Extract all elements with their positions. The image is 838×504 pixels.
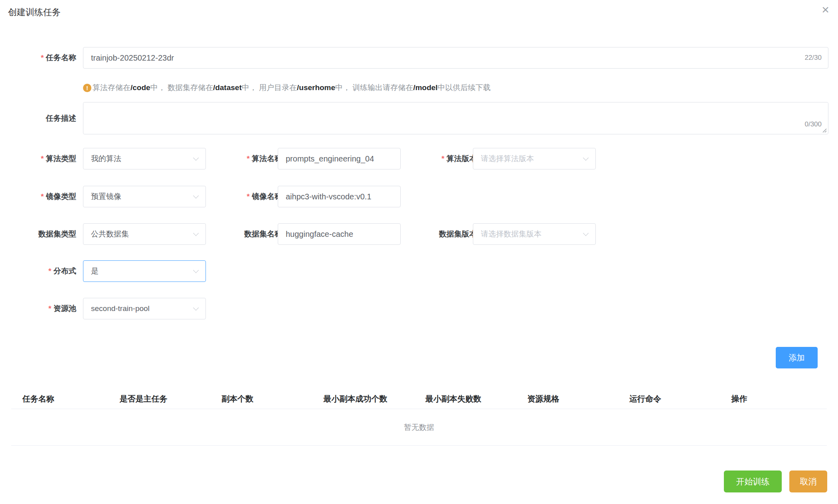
algo-name-label: 算法名称 [206, 148, 289, 169]
image-type-label: 镜像类型 [0, 186, 83, 207]
task-name-counter: 22/30 [803, 54, 822, 62]
note-path-segment: /dataset [213, 83, 242, 92]
note-text-segment: 中以供后续下载 [438, 83, 491, 92]
add-button[interactable]: 添加 [776, 347, 818, 368]
task-desc-field-wrap: 0/300 [83, 102, 828, 134]
distributed-select[interactable]: 是 [83, 260, 206, 282]
chevron-down-icon [193, 305, 199, 311]
table-header-cell: 资源规格 [521, 389, 623, 409]
note-text-segment: 中， 训练输出请存储在 [335, 83, 413, 92]
note-path-segment: /code [130, 83, 150, 92]
image-name-label: 镜像名称 [206, 186, 289, 207]
table-header-cell: 最小副本失败数 [419, 389, 521, 409]
task-desc-row: 任务描述 [0, 102, 83, 134]
algo-version-placeholder: 请选择算法版本 [481, 154, 534, 164]
task-name-row: 任务名称 22/30 [0, 47, 828, 69]
table-header-cell: 任务名称 [11, 389, 113, 409]
close-icon[interactable]: × [822, 3, 829, 16]
dialog-title: 创建训练任务 [8, 6, 61, 18]
table-header-cell: 是否是主任务 [113, 389, 215, 409]
note-text-segment: 中， 用户目录在 [242, 83, 297, 92]
cancel-button[interactable]: 取消 [789, 471, 827, 492]
dataset-type-select[interactable]: 公共数据集 [83, 223, 206, 245]
image-name-input[interactable] [278, 186, 400, 207]
task-name-input[interactable] [83, 47, 828, 68]
task-desc-counter: 0/300 [804, 120, 822, 128]
table-header-row: 任务名称是否是主任务副本个数最小副本成功个数最小副本失败数资源规格运行命令操作 [11, 389, 827, 409]
image-name-field-wrap [278, 186, 401, 207]
resize-handle-icon[interactable] [822, 128, 827, 133]
empty-text: 暂无数据 [404, 422, 434, 433]
dataset-name-input[interactable] [278, 224, 400, 244]
dataset-version-select[interactable]: 请选择数据集版本 [473, 223, 596, 245]
table-header-cell: 操作 [725, 389, 827, 409]
chevron-down-icon [583, 155, 589, 161]
chevron-down-icon [193, 193, 199, 199]
algo-version-select[interactable]: 请选择算法版本 [473, 148, 596, 169]
dataset-name-label: 数据集名称 [206, 223, 289, 245]
table-empty-state: 暂无数据 [11, 409, 827, 446]
chevron-down-icon [193, 155, 199, 161]
table-header-cell: 最小副本成功个数 [317, 389, 419, 409]
storage-note-text: 算法存储在/code中， 数据集存储在/dataset中， 用户目录在/user… [93, 83, 491, 93]
task-desc-label: 任务描述 [0, 102, 83, 134]
algo-type-label: 算法类型 [0, 148, 83, 169]
dataset-row: 数据集类型 公共数据集 数据集名称 数据集版本 请选择数据集版本 [0, 223, 596, 245]
note-path-segment: /model [413, 83, 437, 92]
algo-name-input[interactable] [278, 148, 400, 169]
algo-name-field-wrap [278, 148, 401, 169]
image-type-select[interactable]: 预置镜像 [83, 186, 206, 207]
dataset-version-label: 数据集版本 [401, 223, 484, 245]
exclamation-icon: ! [83, 84, 91, 92]
dataset-version-placeholder: 请选择数据集版本 [481, 229, 542, 239]
resource-pool-value: second-train-pool [91, 304, 150, 313]
distributed-row: 分布式 是 [0, 260, 596, 282]
algo-type-value: 我的算法 [91, 154, 121, 164]
algorithm-row: 算法类型 我的算法 算法名称 算法版本 请选择算法版本 [0, 148, 596, 169]
dataset-type-value: 公共数据集 [91, 229, 129, 239]
resource-pool-select[interactable]: second-train-pool [83, 298, 206, 319]
algo-version-label: 算法版本 [401, 148, 484, 169]
resource-pool-label: 资源池 [0, 298, 83, 319]
chevron-down-icon [193, 230, 199, 236]
task-desc-textarea[interactable] [83, 102, 828, 134]
dataset-name-field-wrap [278, 223, 401, 245]
table-header-cell: 副本个数 [215, 389, 317, 409]
note-text-segment: 中， 数据集存储在 [150, 83, 213, 92]
note-text-segment: 算法存储在 [93, 83, 130, 92]
chevron-down-icon [583, 230, 589, 236]
table-header-cell: 运行命令 [623, 389, 725, 409]
algo-type-select[interactable]: 我的算法 [83, 148, 206, 169]
image-type-value: 预置镜像 [91, 191, 121, 202]
distributed-label: 分布式 [0, 260, 83, 282]
dataset-type-label: 数据集类型 [0, 223, 83, 245]
task-name-label: 任务名称 [0, 47, 83, 69]
storage-note: ! 算法存储在/code中， 数据集存储在/dataset中， 用户目录在/us… [83, 82, 491, 93]
note-path-segment: /userhome [297, 83, 335, 92]
chevron-down-icon [193, 268, 199, 273]
resource-pool-row: 资源池 second-train-pool [0, 298, 596, 319]
task-name-field-wrap: 22/30 [83, 47, 828, 69]
image-row: 镜像类型 预置镜像 镜像名称 [0, 186, 596, 207]
start-training-button[interactable]: 开始训练 [724, 471, 782, 492]
distributed-value: 是 [91, 266, 99, 276]
